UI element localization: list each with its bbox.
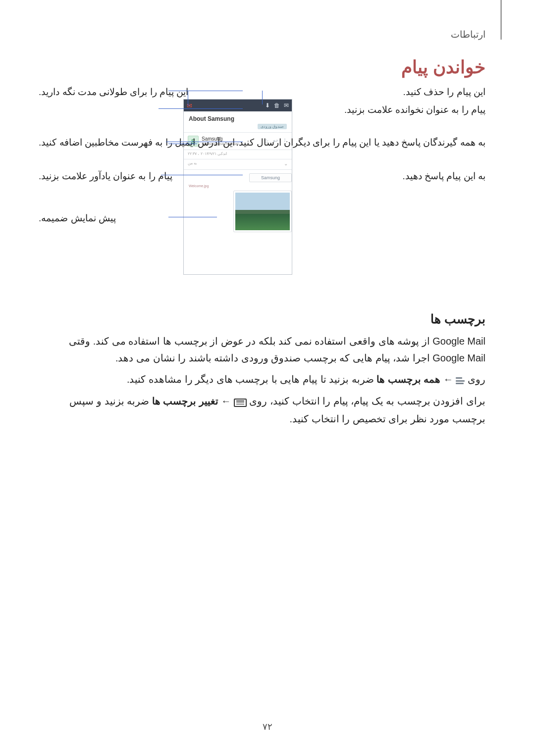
callout-reminder: پیام را به عنوان یادآور علامت بزنید.	[39, 169, 172, 183]
labels-title: برچسب ها	[430, 312, 485, 326]
callout-mark-unread: پیام را به عنوان نخوانده علامت بزنید.	[344, 103, 485, 117]
phone-actionbar: ✉ ⬇ 🗑 ✉	[184, 100, 292, 111]
attachment-image	[235, 193, 290, 230]
inbox-chip: صندوق ورودی	[258, 124, 287, 129]
phone-mock: ✉ ⬇ 🗑 ✉ About Samsung صندوق ورودی S Sams…	[183, 99, 292, 275]
page-number: ۷۲	[0, 721, 535, 732]
callout-reply-all: به همه گیرندگان پاسخ دهید یا این پیام را…	[236, 136, 485, 150]
labels-p2: روی ← همه برچسب ها ضربه بزنید تا پیام ها…	[40, 371, 485, 389]
leader	[168, 91, 183, 91]
mark-unread-icon[interactable]: ✉	[284, 102, 289, 109]
labels-p1: Google Mail از پوشه های واقعی استفاده نم…	[40, 333, 485, 366]
attachment-label: Welcome.jpg	[189, 184, 292, 188]
callout-preview: پیش نمایش ضمیمه.	[39, 211, 116, 225]
callout-reply: به این پیام پاسخ دهید.	[403, 169, 485, 183]
leader	[168, 217, 217, 217]
chevron-down-icon: ⌄	[284, 161, 288, 166]
meta-row: اندکی ۲۰۱۳/۹/۲۱ ، ۲۲:۳۷	[184, 150, 292, 159]
callout-keep: این پیام را برای طولانی مدت نگه دارید.	[39, 85, 188, 99]
subject-bar: About Samsung صندوق ورودی	[184, 111, 292, 132]
leader	[166, 142, 243, 142]
leader	[168, 144, 197, 144]
page-title: خواندن پیام	[401, 57, 485, 78]
leader	[159, 108, 243, 109]
to-text: به من	[188, 161, 197, 166]
page-rule	[501, 0, 501, 40]
callout-add-contact: این آدرس ایمیل را به فهرست مخاطبین اضافه…	[39, 136, 235, 150]
list-box-icon	[234, 394, 247, 410]
archive-icon[interactable]: ⬇	[265, 102, 270, 109]
attachment-preview[interactable]	[233, 191, 292, 232]
menu-lines-icon	[456, 372, 465, 389]
leader	[188, 91, 188, 105]
header-section: ارتباطات	[451, 29, 485, 40]
callout-delete: این پیام را حذف کنید.	[403, 85, 485, 99]
subject-text: About Samsung	[189, 115, 287, 122]
leader	[262, 91, 263, 104]
leader	[173, 91, 243, 91]
leader	[168, 175, 208, 175]
to-row[interactable]: به من ⌄	[184, 159, 292, 170]
date-text: اندکی ۲۰۱۳/۹/۲۱ ، ۲۲:۳۷	[188, 151, 227, 156]
reply-tab[interactable]: Samsung	[249, 173, 292, 182]
labels-p3: برای افزودن برچسب به یک پیام، پیام را ان…	[40, 393, 485, 427]
leader	[188, 105, 190, 105]
delete-icon[interactable]: 🗑	[274, 102, 280, 109]
